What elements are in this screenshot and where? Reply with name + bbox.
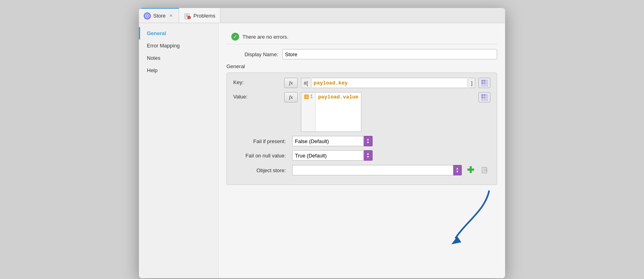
status-ok-icon: ✓ [231, 33, 239, 41]
sidebar-item-error-mapping[interactable]: Error Mapping [139, 39, 218, 52]
svg-rect-8 [484, 80, 486, 82]
svg-text:⚡: ⚡ [306, 95, 308, 99]
right-panel: ✓ There are no errors. Display Name: Gen… [219, 23, 505, 278]
arrow-down: ▼ [367, 141, 370, 144]
key-label: Key: [233, 78, 281, 85]
value-field-row: Value: fx ⚡ 1 [233, 92, 490, 132]
fail-on-null-arrows: ▲ ▼ [364, 150, 373, 161]
line-number-icon: ⚡ 1 [304, 94, 313, 100]
key-grid-icon[interactable] [478, 78, 490, 88]
value-code-content: payload.value [316, 92, 361, 132]
key-field-row: Key: fx #[ ] [233, 78, 490, 88]
sidebar-label-help: Help [147, 67, 158, 73]
store-tab-icon [144, 12, 151, 20]
sidebar-label-notes: Notes [147, 55, 160, 61]
svg-rect-22 [484, 96, 486, 98]
key-fx-label: fx [289, 80, 293, 86]
object-store-add-button[interactable]: ✚ [465, 165, 476, 176]
svg-rect-20 [486, 94, 488, 96]
svg-text:!: ! [189, 16, 189, 19]
fail-on-null-row: Fail on null value: True (Default) False… [233, 150, 490, 161]
main-layout: General Error Mapping Notes Help ✓ There… [139, 23, 505, 278]
sidebar-label-general: General [147, 30, 166, 36]
svg-rect-13 [481, 84, 483, 86]
edit-icon [481, 167, 488, 174]
svg-rect-9 [486, 80, 488, 82]
object-store-input[interactable] [292, 165, 453, 175]
sidebar-item-general[interactable]: General [139, 27, 218, 39]
object-store-edit-button[interactable] [479, 165, 490, 176]
fail-if-present-arrows: ▲ ▼ [364, 136, 373, 146]
object-store-group: ▲ ▼ [292, 165, 462, 175]
svg-rect-10 [481, 82, 483, 84]
svg-rect-7 [481, 80, 483, 82]
tab-store[interactable]: Store ✕ [139, 8, 179, 23]
key-bracket-right: ] [468, 78, 475, 88]
key-bracket-left: #[ [301, 78, 310, 88]
arrow-down-2: ▼ [367, 155, 370, 159]
display-name-label: Display Name: [226, 51, 278, 57]
svg-rect-23 [486, 96, 488, 98]
key-input-area: #[ ] [301, 78, 475, 88]
display-name-input[interactable] [282, 49, 497, 59]
value-label: Value: [233, 92, 281, 100]
main-window: Store ✕ ! Problems General Err [139, 8, 505, 278]
tab-store-close[interactable]: ✕ [168, 13, 174, 19]
display-name-section: Display Name: [226, 49, 497, 59]
fail-on-null-dropdown-wrapper: True (Default) False ▲ ▼ [292, 150, 373, 161]
fail-if-present-label: Fail if present: [233, 138, 289, 144]
svg-point-1 [146, 15, 148, 17]
object-store-label: Object store: [233, 167, 289, 173]
add-icon: ✚ [467, 166, 474, 175]
value-grid-icon[interactable] [478, 92, 490, 102]
fail-if-present-dropdown-wrapper: False (Default) True ▲ ▼ [292, 136, 373, 146]
svg-rect-12 [486, 82, 488, 84]
tab-store-label: Store [153, 13, 166, 19]
svg-rect-18 [481, 94, 483, 96]
key-value-input[interactable] [312, 78, 467, 88]
svg-rect-11 [484, 82, 486, 84]
svg-rect-19 [484, 94, 486, 96]
status-message: There are no errors. [242, 34, 289, 40]
svg-rect-24 [481, 99, 483, 101]
tab-bar: Store ✕ ! Problems [139, 8, 505, 23]
general-box: Key: fx #[ ] [226, 73, 497, 185]
display-name-row: Display Name: [226, 49, 497, 59]
fail-if-present-row: Fail if present: False (Default) True ▲ … [233, 136, 490, 146]
object-store-row: Object store: ▲ ▼ ✚ [233, 165, 490, 176]
fail-on-null-label: Fail on null value: [233, 153, 289, 159]
value-code-text: payload.value [318, 94, 358, 100]
value-editor[interactable]: ⚡ 1 payload.value [301, 92, 361, 132]
fail-on-null-select[interactable]: True (Default) False [292, 150, 364, 161]
svg-rect-15 [486, 84, 488, 86]
arrow-down-3: ▼ [456, 170, 459, 173]
svg-rect-21 [481, 96, 483, 98]
sidebar-item-notes[interactable]: Notes [139, 52, 218, 64]
tab-problems[interactable]: ! Problems [179, 8, 221, 23]
tab-problems-label: Problems [193, 13, 215, 19]
problems-tab-icon: ! [184, 12, 191, 20]
status-bar: ✓ There are no errors. [226, 29, 497, 44]
key-fx-button[interactable]: fx [284, 78, 298, 88]
general-section-header: General [226, 63, 497, 69]
svg-rect-14 [484, 84, 486, 86]
fail-if-present-select[interactable]: False (Default) True [292, 136, 364, 146]
svg-rect-25 [484, 99, 486, 101]
value-fx-label: fx [289, 94, 293, 100]
sidebar-label-error-mapping: Error Mapping [147, 43, 180, 49]
sidebar: General Error Mapping Notes Help [139, 23, 219, 278]
value-fx-button[interactable]: fx [284, 92, 298, 102]
sidebar-item-help[interactable]: Help [139, 64, 218, 77]
line-numbers: ⚡ 1 [301, 92, 316, 132]
value-editor-area: ⚡ 1 payload.value [301, 92, 475, 132]
svg-rect-26 [486, 99, 488, 101]
object-store-arrows: ▲ ▼ [453, 165, 462, 175]
